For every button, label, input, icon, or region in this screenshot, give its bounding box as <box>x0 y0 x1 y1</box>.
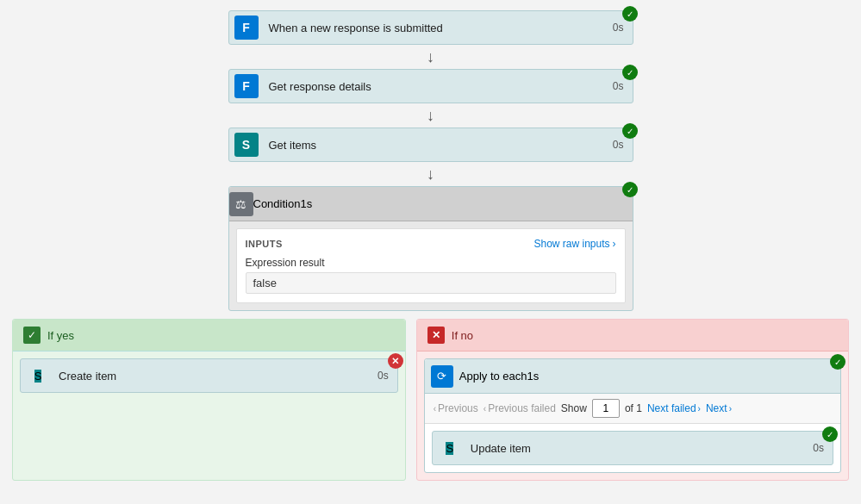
if-no-panel[interactable]: ✕ If no ⟳ Apply to each 1s ✓ ‹ Pre <box>416 319 849 481</box>
expression-result-label: Expression result <box>246 257 616 269</box>
if-no-header: ✕ If no <box>417 320 848 352</box>
condition-icon-container: ⚖ <box>229 192 253 216</box>
condition-icon: ⚖ <box>229 192 253 216</box>
sharepoint-icon-update: S <box>446 442 453 455</box>
update-item-label: Update item <box>467 442 814 455</box>
forms-icon-2: F <box>234 74 259 98</box>
step2-label: Get response details <box>264 80 613 93</box>
inputs-label: INPUTS <box>246 239 283 249</box>
apply-to-each-block[interactable]: ⟳ Apply to each 1s ✓ ‹ Previous ‹ Previo… <box>424 358 841 473</box>
split-row: ✓ If yes S Create item 0s ✕ ✕ If no <box>12 319 849 481</box>
condition-body: INPUTS Show raw inputs › Expression resu… <box>236 228 626 303</box>
step2-icon-container: F <box>229 69 264 103</box>
update-item-duration: 0s <box>813 442 833 454</box>
step1-duration: 0s <box>613 22 633 34</box>
if-no-icon: ✕ <box>427 327 445 344</box>
sharepoint-icon: S <box>234 133 259 157</box>
if-yes-icon: ✓ <box>23 327 41 344</box>
next-button[interactable]: Next › <box>706 402 732 414</box>
update-item-icon-container: S <box>433 431 467 465</box>
step-get-items[interactable]: S Get items 0s ✓ <box>228 128 633 162</box>
expression-result-value: false <box>246 272 616 294</box>
pagination-of: of 1 <box>625 402 642 414</box>
step2-status: ✓ <box>622 65 638 80</box>
prev-failed-button[interactable]: ‹ Previous failed <box>484 402 556 414</box>
apply-icon: ⟳ <box>431 365 453 388</box>
update-item-step[interactable]: S Update item 0s ✓ <box>432 431 833 465</box>
create-item-label: Create item <box>55 370 377 383</box>
step3-label: Get items <box>264 139 613 152</box>
if-yes-label: If yes <box>47 329 74 342</box>
step-when-response[interactable]: F When a new response is submitted 0s ✓ <box>228 10 633 45</box>
chevron-left-icon2: ‹ <box>484 404 486 414</box>
chevron-right-icon2: › <box>698 404 701 414</box>
step3-status: ✓ <box>622 123 638 139</box>
create-item-icon-container: S <box>21 358 55 393</box>
chevron-right-icon3: › <box>729 404 732 414</box>
if-yes-panel[interactable]: ✓ If yes S Create item 0s ✕ <box>12 319 406 481</box>
step1-label: When a new response is submitted <box>264 22 613 34</box>
pagination-input[interactable] <box>592 399 620 418</box>
step3-duration: 0s <box>613 139 633 151</box>
show-raw-inputs-link[interactable]: Show raw inputs › <box>533 238 615 250</box>
apply-to-each-status: ✓ <box>830 354 845 370</box>
condition-status: ✓ <box>622 182 638 197</box>
apply-to-each-duration: 1s <box>527 370 540 383</box>
apply-to-each-label: Apply to each <box>459 370 527 383</box>
step2-duration: 0s <box>613 80 633 92</box>
next-failed-button[interactable]: Next failed › <box>647 402 701 414</box>
create-item-duration: 0s <box>377 370 397 382</box>
apply-to-each-header[interactable]: ⟳ Apply to each 1s ✓ <box>425 359 840 394</box>
flow-canvas: F When a new response is submitted 0s ✓ … <box>0 0 861 504</box>
arrow3: ↓ <box>228 162 633 186</box>
forms-icon: F <box>234 16 259 40</box>
condition-label: Condition <box>253 197 301 210</box>
pagination-bar: ‹ Previous ‹ Previous failed Show of 1 N… <box>425 394 840 424</box>
prev-button[interactable]: ‹ Previous <box>434 402 478 414</box>
condition-block[interactable]: ⚖ Condition 1s ✓ INPUTS Show raw inputs … <box>228 186 633 311</box>
chevron-right-icon: › <box>613 238 616 250</box>
arrow2: ↓ <box>228 103 633 128</box>
step1-status: ✓ <box>622 6 638 22</box>
create-item-error-badge: ✕ <box>388 353 403 369</box>
update-item-status: ✓ <box>822 426 838 442</box>
if-no-label: If no <box>452 329 473 342</box>
apply-icon-container: ⟳ <box>425 359 459 394</box>
inputs-header: INPUTS Show raw inputs › <box>246 238 616 250</box>
step1-icon-container: F <box>229 10 264 45</box>
step-get-response[interactable]: F Get response details 0s ✓ <box>228 69 633 103</box>
if-yes-header: ✓ If yes <box>13 320 405 352</box>
sharepoint-icon-create: S <box>34 370 42 383</box>
arrow1: ↓ <box>228 45 633 69</box>
chevron-left-icon: ‹ <box>434 404 436 414</box>
step3-icon-container: S <box>229 128 264 162</box>
condition-duration: 1s <box>300 197 312 210</box>
condition-header[interactable]: ⚖ Condition 1s ✓ <box>229 187 633 221</box>
show-label: Show <box>561 402 587 414</box>
create-item-step[interactable]: S Create item 0s ✕ <box>20 358 398 393</box>
